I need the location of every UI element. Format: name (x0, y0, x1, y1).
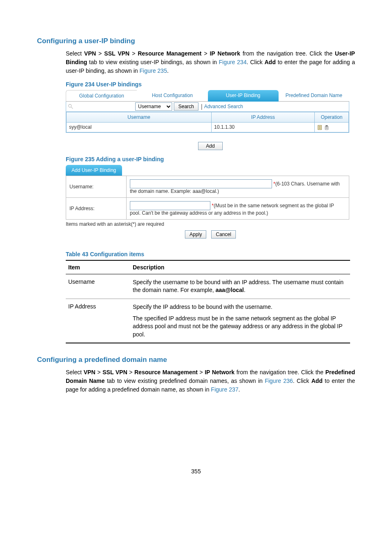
text: . (244, 287, 245, 293)
tab-host-config[interactable]: Host Configuration (137, 90, 208, 102)
text: from the navigation tree. Click the (235, 369, 325, 375)
text: from the navigation tree. Click the (240, 50, 335, 57)
link-figure-236[interactable]: Figure 236 (265, 378, 293, 384)
table-43-caption: Table 43 Configuration items (66, 251, 355, 257)
figure-235-caption: Figure 235 Adding a user-IP binding (66, 156, 355, 162)
bindings-table: Username IP Address Operation syy@local … (66, 112, 349, 132)
breadcrumb-vpn: VPN (83, 369, 95, 375)
cell-operation (315, 123, 349, 132)
breadcrumb-resource-mgmt: Resource Management (134, 369, 198, 375)
table-row: IP Address Specify the IP address to be … (66, 299, 350, 343)
desc-username: Specify the username to be bound with an… (130, 274, 350, 299)
link-figure-234[interactable]: Figure 234 (219, 59, 247, 65)
th-item: Item (66, 260, 130, 274)
required-note: Items marked with an asterisk(*) are req… (66, 221, 355, 227)
breadcrumb-sslvpn: SSL VPN (102, 369, 127, 375)
section-heading-user-ip: Configuring a user-IP binding (37, 37, 355, 45)
username-label: Username: (66, 176, 127, 197)
text: . Click (247, 59, 265, 65)
text: tab to view existing user-IP bindings, a… (87, 59, 219, 65)
username-hint: (6-103 Chars. Username with (275, 181, 340, 187)
col-username: Username (67, 112, 212, 123)
tab-global-config[interactable]: Global Configuration (66, 90, 137, 102)
table-row: Username Specify the username to be boun… (66, 274, 350, 299)
text: Select (66, 50, 84, 57)
search-row: Username Search | Advanced Search (66, 102, 349, 112)
breadcrumb-ipnetwork: IP Network (210, 50, 240, 57)
ip-label: IP Address: (66, 197, 127, 219)
edit-icon[interactable] (317, 125, 323, 130)
search-field-select[interactable]: Username (135, 102, 172, 111)
section1-paragraph: Select VPN > SSL VPN > Resource Manageme… (66, 49, 355, 75)
desc-ip-p1: Specify the IP address to be bound with … (133, 303, 348, 311)
search-button[interactable]: Search (174, 102, 198, 111)
example-bold: aaa@local (216, 287, 244, 293)
delete-icon[interactable] (324, 125, 329, 130)
svg-point-0 (69, 104, 71, 107)
cancel-button[interactable]: Cancel (211, 230, 235, 239)
text: Select (66, 369, 83, 375)
desc-ip-p2: The specified IP address must be in the … (133, 315, 348, 339)
text: > (198, 369, 205, 375)
breadcrumb-ipnetwork: IP Network (205, 369, 235, 375)
table-row: syy@local 10.1.1.30 (67, 123, 349, 132)
svg-line-1 (71, 107, 73, 109)
tab-user-ip-binding[interactable]: User-IP Binding (208, 90, 279, 102)
apply-button[interactable]: Apply (185, 230, 206, 239)
col-operation: Operation (315, 112, 349, 123)
link-figure-237[interactable]: Figure 237 (211, 386, 238, 393)
ip-input[interactable] (130, 201, 210, 210)
breadcrumb-sslvpn: SSL VPN (104, 50, 130, 57)
text: . (167, 67, 168, 74)
text: > (96, 50, 104, 57)
add-ref: Add (311, 378, 323, 384)
page-number: 355 (37, 468, 355, 475)
cell-username: syy@local (67, 123, 212, 132)
breadcrumb-vpn: VPN (84, 50, 96, 57)
cell-ip: 10.1.1.30 (212, 123, 315, 132)
breadcrumb-resource-mgmt: Resource Management (138, 50, 201, 57)
add-ref: Add (265, 59, 276, 65)
text: . Click (293, 378, 311, 384)
text: tab to view existing predefined domain n… (105, 378, 265, 384)
username-hint-2: the domain name. Example: aaa@local.) (130, 188, 219, 194)
item-username: Username (66, 274, 130, 299)
col-ip: IP Address (212, 112, 315, 123)
text: > (127, 369, 134, 375)
table-43: Item Description Username Specify the us… (66, 260, 350, 344)
advanced-search-link[interactable]: Advanced Search (204, 104, 243, 109)
username-input[interactable] (130, 179, 272, 188)
ip-hint-2: pool. Can't be the gateway address or an… (130, 210, 268, 216)
add-binding-form: Username: *(6-103 Chars. Username with t… (66, 176, 349, 220)
figure-234: Global Configuration Host Configuration … (66, 90, 355, 150)
text: > (201, 50, 210, 57)
tab-predefined-domain[interactable]: Predefined Domain Name (279, 90, 349, 102)
desc-ip: Specify the IP address to be bound with … (130, 299, 350, 343)
section2-paragraph: Select VPN > SSL VPN > Resource Manageme… (66, 368, 355, 394)
tab-add-user-ip[interactable]: Add User-IP Binding (66, 165, 122, 176)
search-icon (68, 104, 74, 109)
tabs-row: Global Configuration Host Configuration … (66, 90, 349, 102)
text: . (238, 386, 240, 393)
ip-hint: (Must be in the same network segment as … (214, 203, 334, 209)
item-ip: IP Address (66, 299, 130, 343)
link-figure-235[interactable]: Figure 235 (140, 67, 167, 74)
figure-235: Add User-IP Binding Username: *(6-103 Ch… (66, 165, 355, 239)
text: > (129, 50, 138, 57)
section-heading-predefined-domain: Configuring a predefined domain name (37, 356, 355, 364)
add-button[interactable]: Add (198, 142, 222, 150)
text: > (95, 369, 102, 375)
th-desc: Description (130, 260, 350, 274)
figure-234-caption: Figure 234 User-IP bindings (66, 81, 355, 88)
divider: | (201, 103, 203, 110)
